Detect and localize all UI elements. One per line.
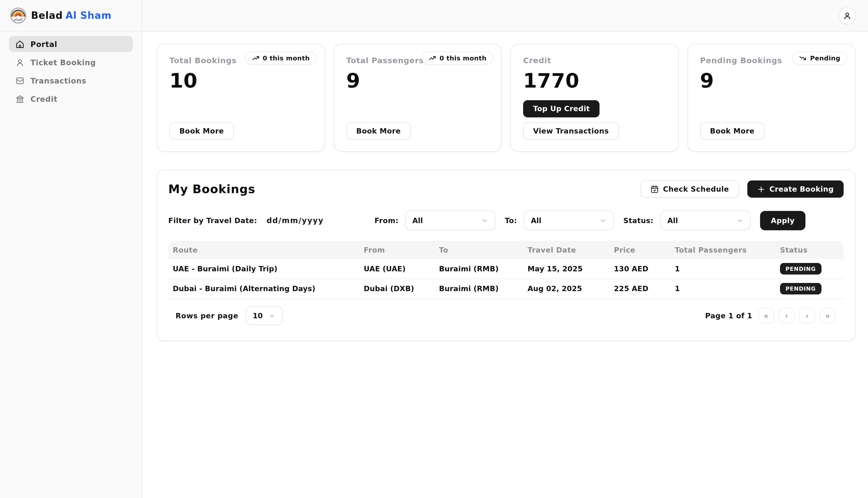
book-more-button[interactable]: Book More	[346, 122, 411, 140]
chevron-right-icon: ›	[806, 311, 808, 320]
stat-label: Credit	[523, 56, 666, 65]
chevron-down-icon	[736, 217, 743, 224]
chevrons-right-icon: »	[825, 311, 830, 320]
cell-passengers: 1	[670, 265, 775, 273]
rows-per-page-select[interactable]: 10	[246, 306, 282, 325]
user-avatar-button[interactable]	[839, 7, 856, 24]
stat-card-total-passengers: Total Passengers 0 this month 9 Book Mor…	[333, 44, 501, 152]
stat-value: 10	[169, 69, 312, 92]
sidebar-item-label: Credit	[30, 94, 57, 103]
home-icon	[15, 40, 24, 49]
stat-badge-text: 0 this month	[263, 54, 310, 62]
from-select-value: All	[412, 216, 423, 225]
svg-text:بلاد: بلاد	[16, 13, 20, 17]
stat-badge: 0 this month	[245, 52, 316, 65]
view-transactions-button[interactable]: View Transactions	[523, 122, 619, 140]
sidebar: Portal Ticket Booking Transactions	[0, 32, 142, 498]
bookings-table: Route From To Travel Date Price Total Pa…	[168, 241, 844, 299]
cell-price: 130 AED	[609, 265, 670, 273]
column-header-status: Status	[776, 246, 844, 254]
calendar-check-icon	[650, 185, 659, 193]
pagination-row: Rows per page 10 Page 1 of 1 « ‹ › »	[168, 306, 844, 325]
table-row[interactable]: Dubai - Buraimi (Alternating Days) Dubai…	[168, 279, 844, 299]
column-header-total-passengers: Total Passengers	[670, 246, 775, 254]
column-header-travel-date: Travel Date	[523, 246, 609, 254]
from-select[interactable]: All	[405, 210, 496, 231]
sidebar-item-credit[interactable]: Credit	[9, 91, 133, 107]
to-select-value: All	[531, 216, 541, 225]
top-bar: بلاد الشام BeladAl Sham	[0, 0, 868, 31]
rows-per-page-label: Rows per page	[175, 312, 238, 320]
next-page-button[interactable]: ›	[800, 308, 815, 323]
stat-badge-text: 0 this month	[439, 54, 487, 62]
stat-value: 9	[346, 69, 489, 92]
check-schedule-button[interactable]: Check Schedule	[640, 181, 739, 198]
travel-date-filter-label: Filter by Travel Date:	[168, 216, 257, 225]
column-header-price: Price	[609, 246, 670, 254]
plus-icon	[757, 185, 765, 193]
sidebar-item-label: Ticket Booking	[30, 58, 96, 67]
brand-name: BeladAl Sham	[31, 10, 111, 21]
trending-up-icon	[251, 54, 259, 62]
cell-route: UAE - Buraimi (Daily Trip)	[168, 265, 359, 273]
cell-from: Dubai (DXB)	[359, 285, 435, 293]
brand-logo-icon: بلاد الشام	[10, 7, 26, 24]
stat-badge: Pending	[792, 52, 847, 65]
travel-date-input[interactable]	[266, 216, 332, 225]
table-row[interactable]: UAE - Buraimi (Daily Trip) UAE (UAE) Bur…	[168, 259, 844, 279]
column-header-route: Route	[168, 246, 359, 254]
cell-route: Dubai - Buraimi (Alternating Days)	[168, 285, 359, 293]
brand-name-belad: Belad	[31, 10, 63, 21]
mail-icon	[15, 76, 24, 85]
person-icon	[15, 58, 24, 67]
app-root: بلاد الشام BeladAl Sham Portal	[0, 0, 868, 498]
panel-title: My Bookings	[168, 183, 255, 196]
my-bookings-panel: My Bookings Check Schedule	[157, 169, 855, 341]
column-header-to: To	[434, 246, 523, 254]
table-header-row: Route From To Travel Date Price Total Pa…	[168, 241, 844, 259]
to-filter-label: To:	[505, 216, 517, 225]
stat-card-pending-bookings: Pending Bookings Pending 9 Book More	[687, 44, 855, 152]
page-info: Page 1 of 1	[705, 312, 752, 320]
apply-filter-button[interactable]: Apply	[760, 211, 806, 230]
cell-price: 225 AED	[609, 285, 670, 293]
chevron-down-icon	[600, 217, 607, 224]
stat-card-total-bookings: Total Bookings 0 this month 10 Book More	[157, 44, 325, 152]
create-booking-label: Create Booking	[769, 185, 833, 193]
last-page-button[interactable]: »	[820, 308, 835, 323]
cell-travel-date: Aug 02, 2025	[523, 285, 609, 293]
sidebar-item-portal[interactable]: Portal	[9, 36, 133, 52]
brand-logo[interactable]: بلاد الشام BeladAl Sham	[10, 7, 111, 24]
brand-name-alsham: Al Sham	[65, 10, 111, 21]
status-select-value: All	[667, 216, 678, 225]
stat-value: 9	[700, 69, 843, 92]
chevron-down-icon	[481, 217, 488, 224]
stat-value: 1770	[523, 69, 666, 92]
check-schedule-label: Check Schedule	[663, 185, 729, 193]
sidebar-item-ticket-booking[interactable]: Ticket Booking	[9, 54, 133, 70]
cell-passengers: 1	[670, 285, 775, 293]
chevron-down-icon	[268, 312, 275, 319]
previous-page-button[interactable]: ‹	[779, 308, 794, 323]
sidebar-item-transactions[interactable]: Transactions	[9, 73, 133, 89]
main-content: Total Bookings 0 this month 10 Book More…	[143, 32, 868, 498]
bank-icon	[15, 94, 24, 103]
book-more-button[interactable]: Book More	[169, 122, 234, 140]
cell-to: Buraimi (RMB)	[434, 265, 523, 273]
first-page-button[interactable]: «	[758, 308, 774, 323]
create-booking-button[interactable]: Create Booking	[747, 181, 844, 198]
stat-cards: Total Bookings 0 this month 10 Book More…	[157, 44, 855, 152]
chevron-left-icon: ‹	[785, 311, 788, 320]
status-select[interactable]: All	[660, 210, 750, 231]
cell-from: UAE (UAE)	[359, 265, 435, 273]
cell-travel-date: May 15, 2025	[523, 265, 609, 273]
book-more-button[interactable]: Book More	[700, 122, 764, 140]
status-filter-label: Status:	[623, 216, 654, 225]
trending-up-icon	[429, 54, 436, 62]
status-badge: PENDING	[780, 283, 821, 295]
sidebar-item-label: Portal	[30, 40, 57, 49]
top-up-credit-button[interactable]: Top Up Credit	[523, 100, 600, 118]
column-header-from: From	[359, 246, 435, 254]
to-select[interactable]: All	[524, 210, 614, 231]
trending-down-icon	[799, 54, 807, 62]
